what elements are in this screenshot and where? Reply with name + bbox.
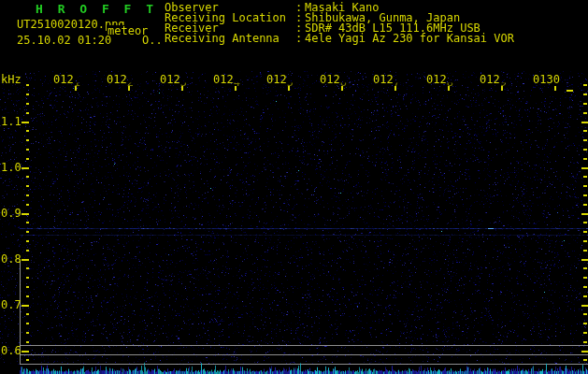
y-tick-label: 0.9 [1,208,22,219]
y-tick-label: 0.7 [1,299,22,310]
x-tick-label: 0123 [160,74,187,85]
x-tick-label: 0124 [213,74,240,85]
x-tick-label: 0122 [107,74,134,85]
x-tick-label: 0126 [320,74,347,85]
y-tick-label: 0.6 [1,345,22,356]
x-tick-label: 0127 [373,74,400,85]
spectrogram-canvas [0,0,588,374]
y-tick-label: 1.1 [1,116,22,127]
info-row-antenna: Receiving Antenna:4ele Yagi Az 230 for K… [165,34,514,44]
y-axis-unit-label: kHz [1,74,22,85]
x-tick-label: 0128 [426,74,453,85]
x-tick-label: 0130 [533,74,560,85]
app-title: H R O F F T [36,4,157,15]
y-tick-label: 0.8 [1,253,22,265]
status-indicator: O.. [142,35,163,46]
station-info: Observer:Masaki Kano Receiving Location:… [165,3,514,44]
capture-datetime: 25.10.02 01:20 [17,35,111,46]
y-tick-label: 1.0 [1,162,22,173]
x-tick-label: 0129 [480,74,507,85]
x-tick-label: 0125 [266,74,294,85]
x-tick-label: 0121 [53,74,80,85]
hrofft-screen: H R O F F T UT2510020120.png meteor 25.1… [0,0,588,374]
